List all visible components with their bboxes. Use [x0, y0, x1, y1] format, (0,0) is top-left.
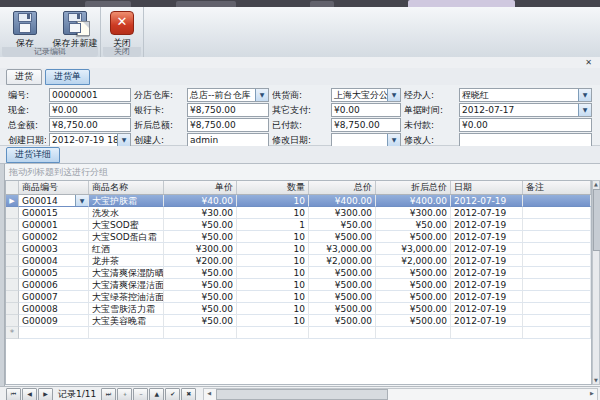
column-header-5[interactable]: 折后总价 — [376, 181, 451, 194]
navigator-button[interactable]: ✔ — [165, 388, 180, 400]
grid-cell[interactable]: ¥500.00 — [309, 231, 376, 243]
grid-cell[interactable]: 2012-07-19 — [451, 219, 523, 231]
field-input-creator[interactable]: admin — [187, 133, 269, 147]
grid-cell[interactable]: ¥500.00 — [376, 231, 451, 243]
grid-cell[interactable]: 10 — [237, 267, 309, 279]
grid-cell[interactable]: G00015 — [19, 207, 89, 219]
scroll-left-icon[interactable]: ◀ — [204, 389, 214, 398]
grid-cell-empty[interactable] — [237, 327, 309, 339]
grid-cell[interactable]: G00002 — [19, 231, 89, 243]
grid-cell[interactable]: ¥50.00 — [164, 231, 237, 243]
field-input-warehouse[interactable]: 总店--前台仓库▼ — [187, 88, 269, 102]
column-header-4[interactable]: 总价 — [309, 181, 376, 194]
field-input-modifier[interactable] — [459, 133, 592, 147]
grid-cell[interactable]: G00014▼ — [19, 195, 89, 207]
grid-cell[interactable]: 2012-07-19 — [451, 255, 523, 267]
scrollbar-thumb[interactable] — [593, 189, 600, 251]
navigator-button[interactable]: ▲ — [149, 388, 164, 400]
tab-purchase-order[interactable]: 进货单 — [45, 69, 90, 85]
grid-cell[interactable]: ¥500.00 — [376, 315, 451, 327]
column-header-3[interactable]: 数量 — [237, 181, 309, 194]
navigator-button[interactable]: ▶ — [38, 388, 53, 400]
grid-cell-empty[interactable] — [89, 327, 164, 339]
navigator-button[interactable]: － — [133, 388, 148, 400]
grid-cell[interactable]: ¥50.00 — [164, 219, 237, 231]
field-input-bank-card[interactable]: ¥8,750.00 — [187, 103, 269, 117]
field-input-cash[interactable]: ¥0.00 — [49, 103, 131, 117]
grid-cell[interactable]: ¥40.00 — [164, 195, 237, 207]
grid-cell[interactable]: G00006 — [19, 279, 89, 291]
navigator-button[interactable]: ⏮ — [6, 388, 21, 400]
grid-cell-empty[interactable] — [523, 327, 591, 339]
grid-row[interactable]: G00007大宝绿茶控油洁面乳¥50.0010¥500.00¥500.00201… — [6, 291, 591, 303]
grid-cell[interactable] — [523, 243, 591, 255]
column-header-7[interactable]: 备注 — [523, 181, 591, 194]
grid-cell[interactable]: 2012-07-19 — [451, 279, 523, 291]
grid-cell[interactable] — [523, 207, 591, 219]
scroll-right-icon[interactable]: ▶ — [587, 389, 597, 398]
grid-cell[interactable]: 2012-07-19 — [451, 243, 523, 255]
grid-cell[interactable]: ¥30.00 — [164, 207, 237, 219]
grid-cell[interactable]: ¥200.00 — [164, 255, 237, 267]
tab-purchase[interactable]: 进货 — [6, 69, 42, 85]
grid-cell[interactable]: ¥500.00 — [309, 303, 376, 315]
grid-row[interactable]: G00006大宝清爽保湿洁面乳¥50.0010¥500.00¥500.00201… — [6, 279, 591, 291]
grid-cell[interactable]: 10 — [237, 207, 309, 219]
ribbon-tab-active[interactable] — [408, 0, 515, 7]
field-input-handler[interactable]: 程晓红▼ — [459, 88, 592, 102]
dropdown-icon[interactable]: ▼ — [387, 89, 400, 101]
grid-row[interactable]: ▶G00014▼大宝护肤霜¥40.0010¥400.00¥400.002012-… — [6, 195, 591, 207]
grid-cell[interactable]: 2012-07-19 — [451, 315, 523, 327]
grid-cell[interactable]: ¥500.00 — [309, 267, 376, 279]
vertical-scrollbar[interactable]: ▲ ▼ — [592, 180, 600, 385]
column-header-2[interactable]: 单价 — [164, 181, 237, 194]
navigator-button[interactable]: ✖ — [181, 388, 196, 400]
dropdown-icon[interactable]: ▼ — [255, 89, 268, 101]
grid-cell[interactable]: ¥3,000.00 — [309, 243, 376, 255]
grid-cell[interactable]: 2012-07-19 — [451, 291, 523, 303]
grid-cell[interactable] — [523, 279, 591, 291]
grid-cell[interactable]: G00004 — [19, 255, 89, 267]
grid-cell[interactable]: ¥500.00 — [376, 303, 451, 315]
grid-cell[interactable]: ¥300.00 — [376, 207, 451, 219]
horizontal-scrollbar[interactable]: ◀ ▶ — [203, 388, 598, 400]
grid-cell[interactable]: ¥50.00 — [376, 219, 451, 231]
tab-purchase-detail[interactable]: 进货详细 — [6, 147, 60, 163]
grid-cell[interactable]: 大宝绿茶控油洁面乳 — [89, 291, 164, 303]
save-button[interactable]: 保存 — [0, 9, 50, 51]
grid-cell[interactable]: ¥50.00 — [164, 291, 237, 303]
grid-cell-empty[interactable] — [19, 327, 89, 339]
grid-cell[interactable] — [523, 195, 591, 207]
field-input-supplier[interactable]: 上海大宝分公司▼ — [331, 88, 401, 102]
grid-cell[interactable]: ¥50.00 — [164, 267, 237, 279]
grid-cell[interactable]: G00005 — [19, 267, 89, 279]
grid-cell[interactable]: 红酒 — [89, 243, 164, 255]
dropdown-icon[interactable]: ▼ — [578, 104, 591, 116]
close-button[interactable]: ✕ 关闭 — [97, 9, 147, 51]
grid-cell[interactable]: 大宝美容晚霜 — [89, 315, 164, 327]
grid-cell-empty[interactable] — [451, 327, 523, 339]
grid-new-row[interactable]: * — [6, 327, 591, 339]
grid-cell[interactable]: G00003 — [19, 243, 89, 255]
grid-cell[interactable]: 大宝护肤霜 — [89, 195, 164, 207]
scrollbar-thumb[interactable] — [216, 389, 388, 400]
grid-cell[interactable]: 10 — [237, 303, 309, 315]
field-input-unpaid[interactable]: ¥0.00 — [459, 118, 592, 132]
grid-cell[interactable]: 洗发水 — [89, 207, 164, 219]
navigator-button[interactable]: ⏭ — [101, 388, 116, 400]
field-input-created-date[interactable]: 2012-07-19 18:42▼ — [49, 133, 131, 147]
dropdown-icon[interactable]: ▼ — [387, 134, 400, 146]
grid-cell[interactable]: ¥50.00 — [164, 315, 237, 327]
dropdown-icon[interactable]: ▼ — [75, 195, 88, 206]
grid-cell[interactable] — [523, 315, 591, 327]
grid-cell[interactable] — [523, 255, 591, 267]
grid-cell[interactable]: 大宝SOD蜜 — [89, 219, 164, 231]
field-input-doc-date[interactable]: 2012-07-17▼ — [459, 103, 592, 117]
grid-cell[interactable]: 大宝清爽保湿防晒露 — [89, 267, 164, 279]
grid-row[interactable]: G00001大宝SOD蜜¥50.001¥50.00¥50.002012-07-1… — [6, 219, 591, 231]
grid-cell[interactable]: ¥500.00 — [309, 279, 376, 291]
dropdown-icon[interactable]: ▼ — [578, 89, 591, 101]
grid-row[interactable]: G00004龙井茶¥200.0010¥2,000.00¥2,000.002012… — [6, 255, 591, 267]
grid-cell[interactable]: 2012-07-19 — [451, 195, 523, 207]
grid-cell[interactable]: ¥300.00 — [164, 243, 237, 255]
